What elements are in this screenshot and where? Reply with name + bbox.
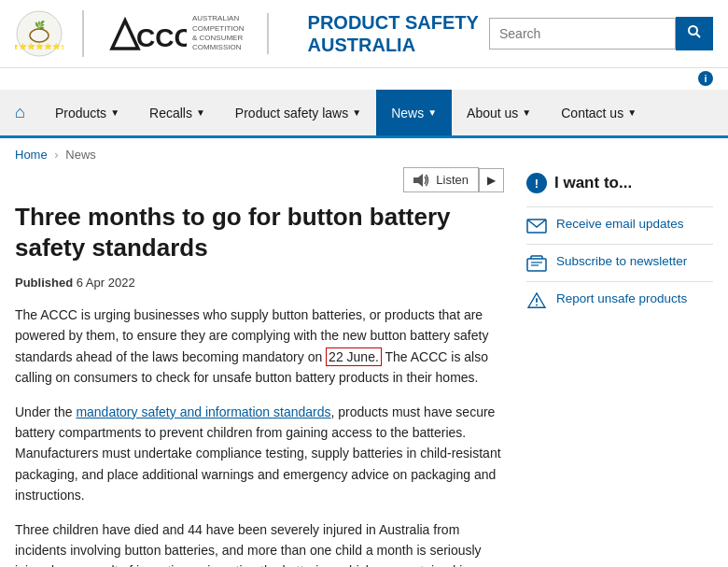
sidebar-email-label: Receive email updates — [556, 217, 684, 231]
logo-divider — [82, 10, 84, 57]
search-icon — [687, 24, 702, 39]
search-button[interactable] — [676, 17, 713, 50]
svg-line-7 — [696, 34, 700, 37]
listen-button[interactable]: Listen — [403, 167, 479, 192]
products-chevron-icon: ▼ — [110, 107, 119, 118]
svg-marker-9 — [418, 174, 423, 187]
play-icon: ▶ — [487, 174, 496, 187]
article-date: Published 6 Apr 2022 — [15, 276, 504, 290]
product-safety-line1: PRODUCT SAFETY — [308, 11, 479, 34]
main-layout: Listen ▶ Three months to go for button b… — [0, 167, 728, 567]
search-input[interactable] — [489, 18, 676, 50]
article-paragraph-2: Under the mandatory safety and informati… — [15, 402, 504, 506]
play-button[interactable]: ▶ — [479, 168, 504, 192]
article-paragraph-1: The ACCC is urging businesses who supply… — [15, 305, 504, 389]
para2-pre: Under the — [15, 404, 76, 419]
sidebar-report-link[interactable]: Report unsafe products — [526, 281, 713, 319]
sidebar-exclaim-icon: ! — [526, 173, 547, 193]
contact-chevron-icon: ▼ — [627, 107, 637, 118]
product-safety-title: PRODUCT SAFETY AUSTRALIA — [308, 11, 479, 56]
sidebar-title-text: I want to... — [554, 174, 632, 192]
sidebar-title: ! I want to... — [526, 173, 713, 193]
article-body: The ACCC is urging businesses who supply… — [15, 305, 504, 567]
sidebar: ! I want to... Receive email updates Sub… — [526, 167, 713, 567]
header-logo: 🌿 ⭐⭐⭐⭐⭐⭐⭐ CCC AUSTRALIAN COMPETITION & C… — [15, 9, 479, 58]
gov-crest-icon: 🌿 ⭐⭐⭐⭐⭐⭐⭐ — [15, 9, 63, 58]
svg-text:CCC: CCC — [136, 23, 187, 52]
highlight-date: 22 June. — [326, 347, 382, 366]
nav-contact[interactable]: Contact us ▼ — [546, 90, 651, 135]
nav-products[interactable]: Products ▼ — [40, 90, 134, 135]
laws-chevron-icon: ▼ — [352, 107, 361, 118]
svg-text:⭐⭐⭐⭐⭐⭐⭐: ⭐⭐⭐⭐⭐⭐⭐ — [15, 42, 63, 50]
nav-news-label: News — [391, 106, 424, 120]
recalls-chevron-icon: ▼ — [196, 107, 205, 118]
info-row: i — [0, 68, 728, 90]
listen-label: Listen — [436, 173, 469, 187]
main-nav: ⌂ Products ▼ Recalls ▼ Product safety la… — [0, 90, 728, 138]
svg-point-6 — [689, 26, 697, 35]
header: 🌿 ⭐⭐⭐⭐⭐⭐⭐ CCC AUSTRALIAN COMPETITION & C… — [0, 0, 728, 68]
article-paragraph-3: Three children have died and 44 have bee… — [15, 519, 504, 567]
speaker-icon — [413, 174, 430, 187]
accc-svg-icon: CCC — [103, 13, 187, 54]
nav-news[interactable]: News ▼ — [376, 90, 452, 135]
accc-logo: CCC AUSTRALIAN COMPETITION & CONSUMER CO… — [103, 13, 245, 54]
product-safety-line2: AUSTRALIA — [308, 34, 479, 56]
sidebar-email-link[interactable]: Receive email updates — [526, 206, 713, 244]
newsletter-icon — [526, 255, 547, 272]
svg-point-16 — [536, 305, 538, 306]
divider2 — [267, 13, 269, 54]
breadcrumb-home[interactable]: Home — [15, 148, 48, 162]
news-chevron-icon: ▼ — [427, 107, 437, 118]
about-chevron-icon: ▼ — [522, 107, 531, 118]
nav-about[interactable]: About us ▼ — [452, 90, 546, 135]
nav-product-safety-laws[interactable]: Product safety laws ▼ — [220, 90, 376, 135]
email-icon — [526, 218, 547, 234]
nav-home[interactable]: ⌂ — [0, 90, 40, 135]
svg-marker-4 — [112, 21, 138, 49]
breadcrumb-current: News — [65, 148, 96, 162]
article-date-value: 6 Apr 2022 — [77, 276, 135, 290]
article-title: Three months to go for button battery sa… — [15, 202, 504, 262]
nav-contact-label: Contact us — [561, 106, 623, 120]
mandatory-standards-link[interactable]: mandatory safety and information standar… — [76, 404, 330, 419]
nav-laws-label: Product safety laws — [235, 106, 348, 120]
nav-recalls[interactable]: Recalls ▼ — [134, 90, 220, 135]
published-label: Published — [15, 276, 73, 290]
warning-icon — [526, 292, 547, 309]
info-icon: i — [698, 71, 713, 86]
breadcrumb-sep: › — [54, 148, 58, 162]
nav-recalls-label: Recalls — [149, 106, 192, 120]
nav-products-label: Products — [55, 106, 106, 120]
sidebar-newsletter-label: Subscribe to newsletter — [556, 254, 687, 268]
breadcrumb: Home › News — [0, 138, 728, 167]
article: Listen ▶ Three months to go for button b… — [15, 167, 504, 567]
accc-subtext: AUSTRALIAN COMPETITION & CONSUMER COMMIS… — [192, 14, 245, 53]
sidebar-newsletter-link[interactable]: Subscribe to newsletter — [526, 244, 713, 281]
sidebar-report-label: Report unsafe products — [556, 291, 687, 305]
listen-bar: Listen ▶ — [15, 167, 504, 192]
svg-rect-8 — [413, 177, 418, 183]
home-icon: ⌂ — [15, 103, 25, 122]
search-area — [489, 17, 713, 50]
nav-about-label: About us — [467, 106, 518, 120]
